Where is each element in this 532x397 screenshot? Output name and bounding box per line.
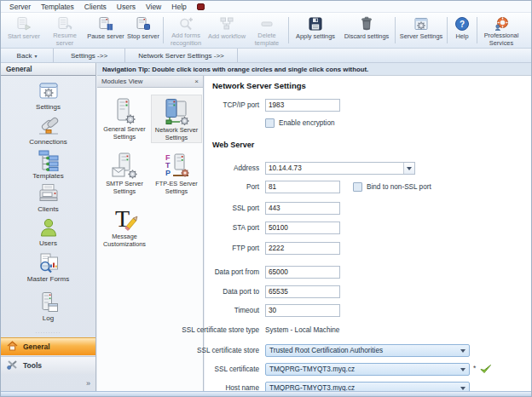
nav-tab-tools[interactable]: Tools — [1, 356, 95, 374]
server-settings-button[interactable]: Server Settings — [397, 14, 445, 47]
sta-port-label: STA port — [233, 222, 259, 234]
start-server-button[interactable]: Start server — [4, 14, 43, 47]
ssl-certificate-label: SSL certificate — [215, 363, 259, 376]
navigation-tip-text: Navigation Tip: Double click icons with … — [102, 66, 368, 73]
cert-store-combobox[interactable]: Trusted Root Certification Authorities — [265, 344, 470, 357]
stop-server-button[interactable]: Stop server — [125, 14, 161, 47]
delete-template-icon — [259, 15, 275, 32]
tcpip-port-label: TCP/IP port — [223, 99, 259, 112]
sidebar-item-users[interactable]: Users — [1, 216, 95, 247]
timeout-input[interactable] — [265, 304, 340, 317]
sidebar-item-label: Users — [1, 239, 95, 247]
menu-clients[interactable]: Clients — [84, 3, 107, 11]
delete-template-button[interactable]: Delete template — [247, 14, 286, 47]
ssl-certificate-combobox[interactable]: TMQPRG-TMYQT3.myq.cz — [265, 363, 470, 376]
address-combobox[interactable]: 10.14.4.73 — [265, 162, 415, 175]
svg-text:P: P — [165, 169, 171, 177]
nav-tab-tools-label: Tools — [23, 361, 42, 370]
help-button[interactable]: ? Help — [449, 14, 475, 47]
cert-store-type-label: SSL certificate store type — [182, 324, 259, 337]
pause-server-button[interactable]: Pause server — [86, 14, 125, 47]
sidebar-item-log[interactable]: Log — [1, 291, 95, 322]
module-general-server-settings[interactable]: General Server Settings — [99, 95, 150, 141]
bind-non-ssl-checkbox[interactable] — [353, 182, 362, 192]
green-check-icon — [479, 363, 492, 378]
modules-view-title: Modules View — [101, 78, 142, 85]
menu-help[interactable]: Help — [171, 3, 186, 11]
menu-server[interactable]: Server — [9, 3, 31, 11]
ftp-port-label: FTP port — [232, 242, 259, 255]
sidebar-item-label: Master Forms — [1, 275, 95, 283]
discard-settings-button[interactable]: Discard settings — [340, 14, 393, 47]
stop-server-icon — [136, 15, 151, 32]
server-settings-label: Server Settings — [400, 33, 443, 40]
data-port-from-input[interactable] — [265, 266, 340, 279]
breadcrumb-network-server-settings[interactable]: Network Server Settings ->> — [125, 49, 238, 62]
general-panel-header: General — [1, 63, 95, 76]
professional-services-button[interactable]: Professional Services — [479, 14, 523, 47]
status-bar — [1, 391, 531, 396]
sidebar-item-clients[interactable]: Clients — [1, 181, 95, 213]
ftp-port-input[interactable] — [265, 242, 340, 255]
collapse-chevron-icon[interactable]: » — [86, 380, 90, 388]
resume-server-button[interactable]: Resume server — [43, 14, 86, 47]
add-workflow-label: Add workflow — [208, 33, 246, 40]
address-label: Address — [234, 162, 259, 175]
toolbar-separator — [395, 17, 396, 43]
chevron-down-icon[interactable] — [403, 163, 414, 174]
menu-templates[interactable]: Templates — [41, 3, 74, 11]
tcpip-port-input[interactable] — [265, 99, 340, 112]
smtp-server-gear-icon — [99, 150, 150, 181]
module-ftp-es-server-settings[interactable]: FTP FTP-ES Server Settings — [151, 149, 202, 196]
modules-view-header: Modules View × — [97, 76, 203, 88]
modules-view-panel: Modules View × General Server Settings N… — [97, 76, 204, 391]
module-smtp-server-settings[interactable]: SMTP Server Settings — [99, 149, 150, 196]
data-port-to-input[interactable] — [265, 285, 340, 298]
ftp-port-row: FTP port — [205, 242, 531, 255]
settings-window-gear-icon — [1, 79, 95, 103]
module-label: Message Customizations — [99, 233, 150, 248]
menu-view[interactable]: View — [146, 3, 161, 11]
close-icon[interactable]: × — [194, 78, 199, 85]
web-server-section-title: Web Server — [212, 141, 254, 149]
sidebar-item-master-forms[interactable]: Master Forms — [1, 251, 95, 283]
menu-bar: Server Templates Clients Users View Help — [1, 1, 531, 13]
add-forms-recognition-button[interactable]: Add forms recognition — [165, 14, 206, 47]
sidebar-item-settings[interactable]: Settings — [1, 79, 95, 111]
add-workflow-button[interactable]: Add workflow — [206, 14, 247, 47]
trash-icon — [359, 15, 374, 32]
apply-settings-button[interactable]: Apply settings — [291, 14, 340, 47]
panel-splitter[interactable]: ·········· — [1, 330, 95, 335]
sidebar-item-label: Templates — [1, 172, 95, 180]
application-window: Server Templates Clients Users View Help… — [0, 0, 532, 397]
back-button[interactable]: Back ▾ — [1, 49, 54, 62]
sta-port-input[interactable] — [265, 222, 340, 234]
module-label: General Server Settings — [99, 126, 150, 141]
nav-tab-general[interactable]: General — [1, 337, 95, 355]
module-message-customizations[interactable]: T Message Customizations — [99, 202, 150, 249]
form-section-title: Network Server Settings — [212, 81, 306, 90]
start-server-icon — [16, 15, 32, 32]
ssl-port-input[interactable] — [265, 202, 340, 215]
module-network-server-settings[interactable]: Network Server Settings — [151, 95, 202, 143]
breadcrumb-settings[interactable]: Settings ->> — [54, 49, 125, 62]
toolbar-separator — [163, 17, 164, 43]
menu-users[interactable]: Users — [117, 3, 136, 11]
ssl-port-label: SSL port — [232, 202, 259, 215]
enable-encryption-label: Enable encryption — [279, 119, 335, 127]
port-input[interactable] — [265, 181, 340, 193]
enable-encryption-checkbox[interactable] — [265, 118, 275, 128]
delete-template-label: Delete template — [247, 32, 286, 47]
data-port-from-label: Data port from — [215, 266, 259, 279]
ssl-certificate-row: SSL certificate TMQPRG-TMYQT3.myq.cz * — [205, 363, 531, 376]
network-server-settings-form: Network Server Settings TCP/IP port Enab… — [205, 76, 531, 391]
sidebar-item-connections[interactable]: Connections — [1, 114, 95, 146]
cert-store-label: SSL certificate store — [197, 344, 259, 357]
address-value: 10.14.4.73 — [269, 164, 302, 172]
module-label: SMTP Server Settings — [99, 181, 150, 195]
sidebar-item-templates[interactable]: Templates — [1, 148, 95, 180]
start-server-label: Start server — [8, 33, 40, 40]
cert-store-row: SSL certificate store Trusted Root Certi… — [205, 344, 531, 357]
back-label: Back — [17, 52, 32, 60]
pause-server-label: Pause server — [87, 33, 124, 40]
